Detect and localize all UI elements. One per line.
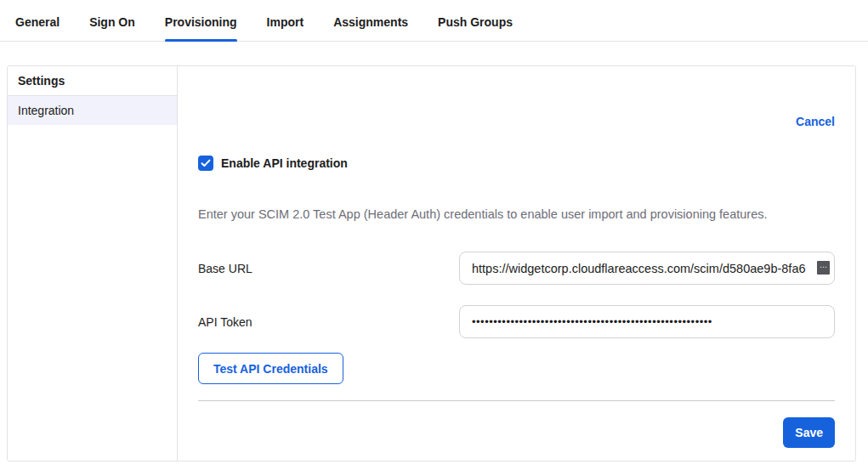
api-token-input-wrap <box>459 305 835 338</box>
tab-assignments[interactable]: Assignments <box>333 15 408 41</box>
enable-api-integration-row: Enable API integration <box>198 156 835 171</box>
save-button[interactable]: Save <box>783 417 835 448</box>
base-url-input-wrap: ⋯ <box>459 252 835 285</box>
tab-provisioning[interactable]: Provisioning <box>165 15 237 41</box>
base-url-row: Base URL ⋯ <box>198 252 835 285</box>
cancel-row: Cancel <box>198 114 835 129</box>
test-credentials-row: Test API Credentials <box>198 353 835 384</box>
base-url-input[interactable] <box>459 252 835 285</box>
base-url-label: Base URL <box>198 262 252 275</box>
tab-sign-on[interactable]: Sign On <box>89 15 135 41</box>
provisioning-panel: Settings Integration Cancel Enable API i… <box>7 65 856 462</box>
enable-api-integration-label: Enable API integration <box>221 156 348 170</box>
footer-divider <box>198 400 835 401</box>
tab-push-groups[interactable]: Push Groups <box>438 15 513 41</box>
sidebar-item-integration[interactable]: Integration <box>8 96 177 125</box>
app-tabbar: General Sign On Provisioning Import Assi… <box>0 0 868 42</box>
sidebar-header: Settings <box>8 66 177 96</box>
settings-sidebar: Settings Integration <box>8 66 178 461</box>
save-row: Save <box>198 417 835 448</box>
api-token-input[interactable] <box>459 305 835 338</box>
tab-general[interactable]: General <box>15 15 60 41</box>
api-token-row: API Token <box>198 305 835 338</box>
integration-settings-form: Cancel Enable API integration Enter your… <box>178 66 855 461</box>
test-api-credentials-button[interactable]: Test API Credentials <box>198 353 343 384</box>
credentials-description: Enter your SCIM 2.0 Test App (Header Aut… <box>198 207 835 221</box>
api-token-label: API Token <box>198 315 252 329</box>
checkmark-icon <box>201 159 211 167</box>
enable-api-integration-checkbox[interactable] <box>198 156 213 171</box>
tab-import[interactable]: Import <box>267 15 304 41</box>
cancel-link[interactable]: Cancel <box>796 115 835 128</box>
